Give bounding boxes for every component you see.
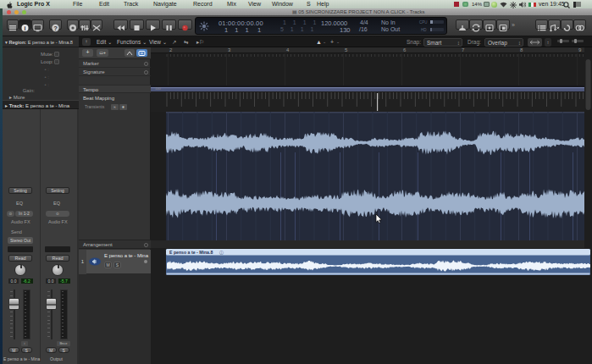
svg-text:2: 2 (169, 47, 173, 52)
svg-text:4: 4 (286, 47, 290, 52)
svg-text:7: 7 (462, 47, 465, 52)
svg-text:9: 9 (578, 47, 582, 52)
svg-text:6: 6 (403, 47, 407, 52)
svg-text:8: 8 (520, 47, 523, 52)
svg-text:ⓘ: ⓘ (219, 250, 224, 255)
svg-text:E penso a te - Mina.8: E penso a te - Mina.8 (169, 250, 213, 255)
svg-text:5: 5 (345, 47, 348, 52)
svg-text:3: 3 (228, 47, 231, 52)
